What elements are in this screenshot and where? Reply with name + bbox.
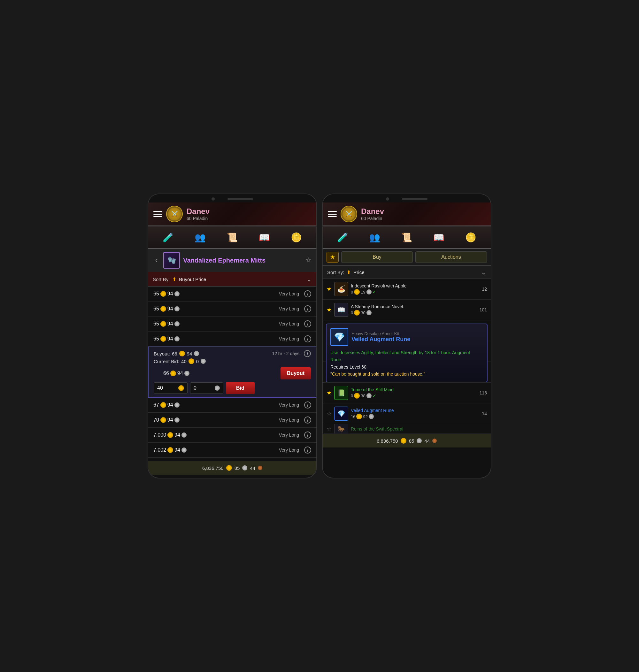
info-button[interactable]: i xyxy=(304,401,311,409)
info-button[interactable]: i xyxy=(304,305,311,313)
listing-row[interactable]: 65 94 Very Long i xyxy=(148,287,316,302)
auction-item-info: Veiled Augment Rune 16 92 xyxy=(351,408,479,419)
gold-coin-icon xyxy=(168,447,173,453)
listing-row[interactable]: 65 94 Very Long i xyxy=(148,332,316,347)
auction-row[interactable]: ☆ 💎 Veiled Augment Rune 16 92 14 xyxy=(323,403,491,424)
auction-item-icon: 💎 xyxy=(334,406,348,421)
buyout-button[interactable]: Buyout xyxy=(281,367,311,380)
listing-row[interactable]: 65 94 Very Long i xyxy=(148,302,316,317)
favorite-button[interactable]: ☆ xyxy=(306,256,312,265)
header-name: Danev xyxy=(187,207,311,216)
info-button[interactable]: i xyxy=(304,335,311,342)
nav-icon-potion[interactable]: 🧪 xyxy=(160,229,176,245)
bid-gold-input[interactable] xyxy=(157,385,176,391)
auction-count: 116 xyxy=(480,390,487,396)
listing-row[interactable]: 70 94 Very Long i xyxy=(148,413,316,428)
avatar-right: ⚔️ xyxy=(341,206,357,222)
bid-detail: Current Bid: 40 0 xyxy=(154,358,311,364)
nav-icon-group[interactable]: 👥 xyxy=(192,229,209,245)
tab-bar: ★ Buy Auctions xyxy=(323,249,491,266)
bid-button[interactable]: Bid xyxy=(226,382,255,394)
silver-amount: 94 xyxy=(168,336,173,342)
right-nav-icons: 🧪 👥 📜 📖 🪙 xyxy=(323,226,491,249)
listing-row[interactable]: 7,000 94 Very Long i xyxy=(148,428,316,443)
auction-item-icon: 🐎 xyxy=(334,424,348,434)
tab-auctions[interactable]: Auctions xyxy=(415,251,487,263)
auction-star[interactable]: ☆ xyxy=(327,410,332,417)
nav-icon-book[interactable]: 📖 xyxy=(256,229,272,245)
auction-row[interactable]: ★ 📖 A Steamy Romance Novel: 0 30 101 xyxy=(323,300,491,320)
bid-silver-input-box xyxy=(190,382,223,394)
sort-value-right: Price xyxy=(353,270,478,275)
auction-star[interactable]: ☆ xyxy=(327,426,332,432)
auction-star[interactable]: ★ xyxy=(327,286,332,292)
sort-chevron-right[interactable]: ⌄ xyxy=(481,268,486,276)
nav-icon-group-r[interactable]: 👥 xyxy=(367,229,383,245)
nav-icon-gold-r[interactable]: 🪙 xyxy=(463,229,479,245)
gold-coin-icon xyxy=(354,289,360,295)
info-button[interactable]: i xyxy=(304,432,311,438)
sort-chevron-icon[interactable]: ⌄ xyxy=(307,275,312,283)
sort-label: Sort By: xyxy=(153,276,170,282)
listing-row[interactable]: 65 94 Very Long i xyxy=(148,317,316,332)
left-phone-top-bar xyxy=(148,194,316,203)
info-button[interactable]: i xyxy=(304,290,311,297)
nav-icon-scroll[interactable]: 📜 xyxy=(224,229,240,245)
listing-row[interactable]: 67 94 Very Long i xyxy=(148,398,316,413)
buyout-silver: 94 xyxy=(187,351,192,356)
item-icon: 🧤 xyxy=(163,252,180,269)
auction-row[interactable]: ★ 📗 Tome of the Still Mind 0 38 ✓ 116 xyxy=(323,383,491,403)
bid-silver: 0 xyxy=(196,359,199,364)
auction-row[interactable]: ★ 🍝 Iridescent Ravioli with Apple 0 19 ✓… xyxy=(323,279,491,300)
auction-item-icon: 🍝 xyxy=(334,282,348,296)
info-button[interactable]: i xyxy=(304,350,311,357)
auction-row[interactable]: ☆ 🐎 Reins of the Swift Spectral xyxy=(323,424,491,434)
nav-icon-gold[interactable]: 🪙 xyxy=(288,229,305,245)
nav-icon-book-r[interactable]: 📖 xyxy=(430,229,447,245)
bid-silver-input[interactable] xyxy=(193,385,213,391)
header-subtitle: 60 Paladin xyxy=(187,216,311,221)
gold-coin-icon xyxy=(160,402,166,408)
tooltip-header: 💎 Heavy Desolate Armor Kit Veiled Augmen… xyxy=(330,328,483,346)
hamburger-menu[interactable] xyxy=(153,211,162,217)
back-button[interactable]: ‹ xyxy=(153,255,160,266)
header-info: Danev 60 Paladin xyxy=(187,207,311,221)
auction-item-info: A Steamy Romance Novel: 0 30 xyxy=(351,304,477,316)
hamburger-menu-right[interactable] xyxy=(328,211,337,217)
gold-coin-icon xyxy=(178,385,184,391)
auction-star[interactable]: ★ xyxy=(327,389,332,396)
tab-buy[interactable]: Buy xyxy=(341,251,413,263)
gold-coin-icon xyxy=(226,465,232,471)
tooltip-requires: Requires Level 60 xyxy=(330,364,483,370)
listing-row[interactable]: 7,002 94 Very Long i xyxy=(148,443,316,458)
tab-favorites-button[interactable]: ★ xyxy=(327,252,339,262)
gold-coin-icon xyxy=(170,370,176,376)
listing-price: 65 94 xyxy=(153,291,276,297)
silver-amount: 94 xyxy=(168,291,173,297)
silver-amount: 94 xyxy=(168,306,173,312)
nav-icon-potion-r[interactable]: 🧪 xyxy=(334,229,351,245)
duration-label: 12 hr - 2 days xyxy=(272,351,299,356)
info-button[interactable]: i xyxy=(304,416,311,423)
avatar-inner: ⚔️ xyxy=(168,208,181,220)
silver-coin-icon xyxy=(174,321,180,326)
listing-price: 67 94 xyxy=(153,402,276,408)
sort-arrow-icon: ⬆ xyxy=(172,276,176,282)
info-button[interactable]: i xyxy=(304,320,311,327)
gold-amount: 67 xyxy=(153,402,159,408)
left-nav-icons: 🧪 👥 📜 📖 🪙 xyxy=(148,226,316,249)
silver-coin-icon xyxy=(174,417,180,422)
header-info-right: Danev 60 Paladin xyxy=(361,207,486,221)
duration-label: Very Long xyxy=(279,321,299,326)
nav-icon-scroll-r[interactable]: 📜 xyxy=(399,229,415,245)
gold-coin-icon xyxy=(160,321,166,327)
right-phone-top-bar xyxy=(323,194,491,203)
sort-bar: Sort By: ⬆ Buyout Price ⌄ xyxy=(148,272,316,287)
auction-star[interactable]: ★ xyxy=(327,306,332,313)
gold-amount: 70 xyxy=(153,417,159,423)
sort-bar-right: Sort By: ⬆ Price ⌄ xyxy=(323,266,491,279)
info-button[interactable]: i xyxy=(304,447,311,453)
gold-coin-icon xyxy=(401,438,406,444)
expanded-listing-row: Buyout: 66 94 12 hr - 2 days i Current B… xyxy=(148,347,316,398)
gold-amount: 65 xyxy=(153,291,159,297)
